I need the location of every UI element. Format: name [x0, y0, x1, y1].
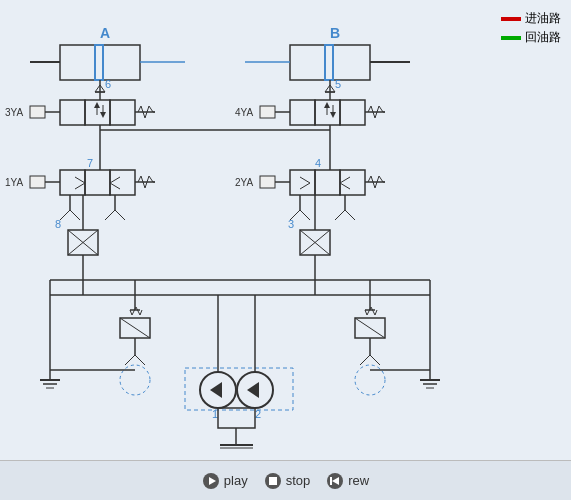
- rew-label: rew: [348, 473, 369, 488]
- legend-return: 回油路: [501, 29, 561, 46]
- svg-text:7: 7: [87, 157, 93, 169]
- svg-text:8: 8: [55, 218, 61, 230]
- svg-text:B: B: [330, 25, 340, 41]
- diagram-canvas: A 6 B 5 3YA: [0, 0, 571, 460]
- svg-text:3: 3: [288, 218, 294, 230]
- svg-text:4: 4: [315, 157, 321, 169]
- play-button[interactable]: play: [202, 472, 248, 490]
- legend: 进油路 回油路: [501, 10, 561, 46]
- svg-rect-42: [30, 176, 45, 188]
- stop-button[interactable]: stop: [264, 472, 311, 490]
- svg-rect-138: [269, 477, 277, 485]
- play-icon: [202, 472, 220, 490]
- svg-rect-18: [30, 106, 45, 118]
- svg-text:4YA: 4YA: [235, 107, 253, 118]
- stop-icon: [264, 472, 282, 490]
- legend-inlet: 进油路: [501, 10, 561, 27]
- controls-bar: play stop rew: [0, 460, 571, 500]
- svg-rect-30: [260, 106, 275, 118]
- return-line-icon: [501, 36, 521, 40]
- inlet-line-icon: [501, 17, 521, 21]
- svg-text:A: A: [100, 25, 110, 41]
- svg-text:5: 5: [335, 78, 341, 90]
- svg-text:6: 6: [105, 78, 111, 90]
- rew-icon: [326, 472, 344, 490]
- svg-text:1YA: 1YA: [5, 177, 23, 188]
- svg-rect-61: [260, 176, 275, 188]
- inlet-label: 进油路: [525, 10, 561, 27]
- svg-rect-141: [330, 477, 332, 485]
- rew-button[interactable]: rew: [326, 472, 369, 490]
- stop-label: stop: [286, 473, 311, 488]
- return-label: 回油路: [525, 29, 561, 46]
- svg-text:3YA: 3YA: [5, 107, 23, 118]
- svg-text:2YA: 2YA: [235, 177, 253, 188]
- play-label: play: [224, 473, 248, 488]
